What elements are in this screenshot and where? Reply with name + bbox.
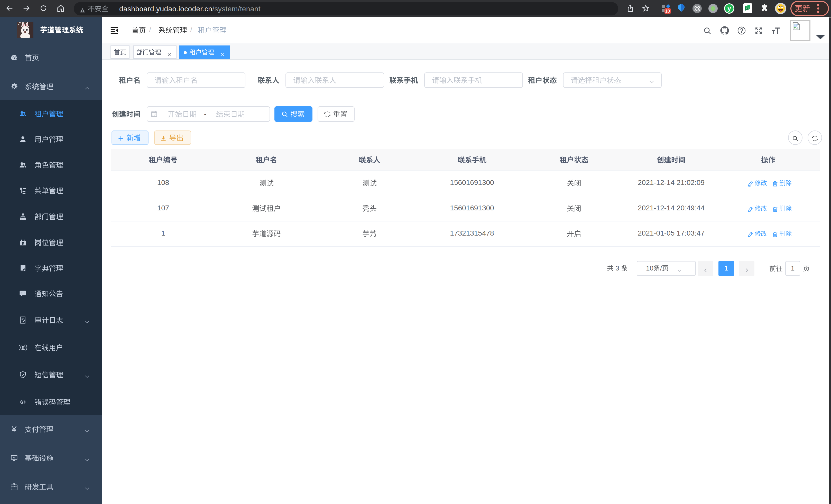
svg-text:10: 10 [665, 9, 670, 13]
svg-text:y: y [727, 5, 731, 12]
